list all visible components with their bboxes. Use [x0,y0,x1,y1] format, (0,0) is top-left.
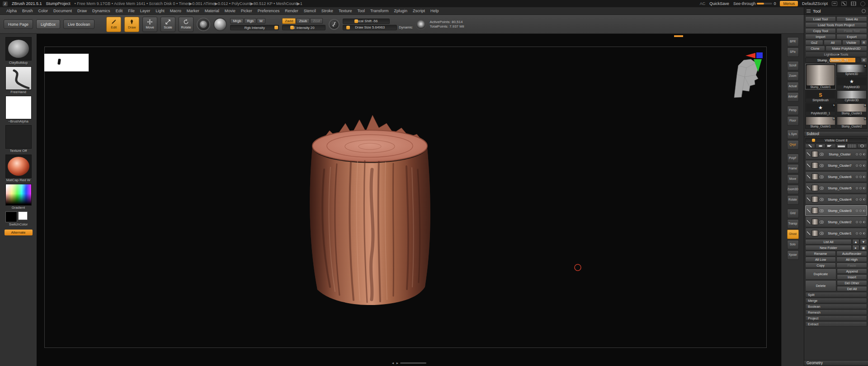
subtool-brush-icon[interactable] [807,231,810,235]
current-tool-thumbnail[interactable]: Stump_Cluster1 [805,64,836,89]
goz-all-button[interactable]: All [824,40,842,45]
subtool-visibility-eye-icon[interactable] [820,232,824,235]
draw-size-handle[interactable] [346,26,350,29]
rgb-intensity-handle[interactable] [274,26,278,29]
subtool-row[interactable]: Stump_Cluster5 [805,183,867,193]
right-shelf-button[interactable]: Floor [787,116,799,126]
menus-toggle-button[interactable]: Menus [780,1,798,6]
all-low-button[interactable]: All Low [805,257,836,262]
menu-item[interactable]: Picker [238,8,255,14]
right-shelf-button[interactable]: Frame [787,164,799,174]
merge-subsection[interactable]: Merge [805,298,867,303]
subtool-toggle-1[interactable] [856,187,858,189]
subtool-toggle-3[interactable] [863,210,865,212]
menu-item[interactable]: Preferences [255,8,283,14]
load-tool-button[interactable]: Load Tool [805,16,836,22]
insert-button[interactable]: Insert [837,274,867,280]
subtool-toggle-3[interactable] [863,164,865,167]
move-down-icon[interactable]: ▼ [860,239,867,244]
tool-thumbnail[interactable]: SimpleBrush [805,90,836,103]
pen-tablet-icon[interactable] [841,1,847,6]
rotate-mode-button[interactable]: Rotate [179,17,193,32]
subtool-toggle-3[interactable] [863,232,865,235]
right-shelf-button[interactable]: Persp [787,106,799,115]
gradient-picker-thumbnail[interactable] [5,184,32,206]
m-button[interactable]: M [257,18,265,24]
right-shelf-button[interactable]: Scroll [787,61,799,70]
subtool-brush-icon[interactable] [807,209,810,212]
scale-mode-button[interactable]: Scale [160,17,175,32]
right-shelf-button[interactable]: L.Sym [787,130,799,139]
right-shelf-button[interactable]: Rotate [787,195,799,205]
split-subsection[interactable]: Split [805,292,867,297]
tool-thumbnail[interactable]: 9 Stump_Cluster2 [836,116,867,129]
list-all-button[interactable]: List All [805,239,852,244]
menu-item[interactable]: Zscript [410,8,428,14]
subtool-row[interactable]: Stump_Cluster [805,149,867,160]
color-picker[interactable]: Gradient [5,184,32,210]
subtool-toggle-1[interactable] [856,153,858,155]
menu-item[interactable]: Draw [75,8,90,14]
screen-layout-icon[interactable] [832,1,837,6]
subtool-visibility-eye-icon[interactable] [820,187,824,190]
move-up-icon[interactable]: ▲ [852,239,859,244]
subtool-toggle-1[interactable] [856,164,858,167]
menu-item[interactable]: Layer [137,8,153,14]
texture-thumbnail[interactable] [5,125,32,149]
subtool-row[interactable]: Stump_Cluster4 [805,194,867,205]
subtool-brush-icon[interactable] [807,152,810,156]
subtool-visibility-eye-icon[interactable] [820,198,824,201]
subtool-toggle-2[interactable] [859,221,862,223]
menu-item[interactable]: Color [36,8,51,14]
menu-item[interactable]: Tool [354,8,368,14]
right-shelf-button[interactable]: Ghost [787,230,799,239]
menu-item[interactable]: Texture [336,8,355,14]
subtool-toggle-3[interactable] [863,187,865,189]
ui-cycle-icon[interactable] [860,1,865,6]
copy-tool-button[interactable]: Copy Tool [805,28,836,33]
visible-count-slider[interactable]: Visible Count 8 [805,138,867,143]
subtool-toggle-3[interactable] [863,153,865,155]
subtool-toggle-1[interactable] [856,210,858,212]
scroll-left-icon[interactable]: ◄ [392,361,395,365]
delete-button[interactable]: Delete [805,280,836,291]
subtool-toggle-1[interactable] [856,198,858,201]
rgb-intensity-slider[interactable]: Rgb Intensity [230,25,279,30]
menu-item[interactable]: Alpha [4,8,19,14]
subtool-brush-icon[interactable] [807,175,810,178]
subtool-row[interactable]: Stump_Cluster1 [805,228,867,239]
subtool-visibility-eye-icon[interactable] [820,221,824,224]
paste-subtool-button[interactable]: Paste [836,263,867,268]
right-shelf-button[interactable]: Grid [787,209,799,218]
scroll-right-icon[interactable]: ► [396,361,399,365]
right-shelf-button[interactable]: Solo [787,240,799,249]
scrollbar-thumb[interactable] [400,362,426,364]
load-tools-from-project-button[interactable]: Load Tools From Project [805,22,867,28]
right-shelf-button[interactable]: Move [787,174,799,184]
brush-selector[interactable]: ClayBuildup [5,37,32,65]
secondary-color-swatch[interactable] [18,211,28,220]
right-shelf-button[interactable]: Zoom3D [787,185,799,194]
paintbrush-icon[interactable] [826,144,836,148]
paste-tool-button[interactable]: Paste Tool [836,28,867,33]
right-shelf-button[interactable]: AAHalf [787,92,799,102]
autoreorder-button[interactable]: AutoReorder [836,251,867,256]
right-shelf-button[interactable]: Xpose [787,250,799,260]
freehand-stroke-thumbnail[interactable] [5,66,32,90]
subtool-visibility-eye-icon[interactable] [820,164,824,167]
palette-cycle-icon[interactable] [862,9,866,13]
duplicate-button[interactable]: Duplicate [805,268,836,280]
ui-grid-icon[interactable] [851,1,856,6]
subtool-toggle-3[interactable] [863,221,865,223]
subtool-brush-icon[interactable] [807,220,810,224]
subtool-toggle-2[interactable] [859,153,862,155]
subtool-brush-icon[interactable] [807,186,810,190]
right-shelf-button[interactable]: BPR [787,37,799,47]
subtool-brush-icon[interactable] [807,197,810,201]
live-boolean-button[interactable]: Live Boolean [63,19,94,29]
subtool-toggle-3[interactable] [863,198,865,201]
inventory-r-button[interactable]: R [861,57,867,63]
menu-item[interactable]: Dynamics [90,8,113,14]
material-flyout-icon[interactable] [213,18,227,31]
del-all-button[interactable]: Del All [837,286,867,291]
